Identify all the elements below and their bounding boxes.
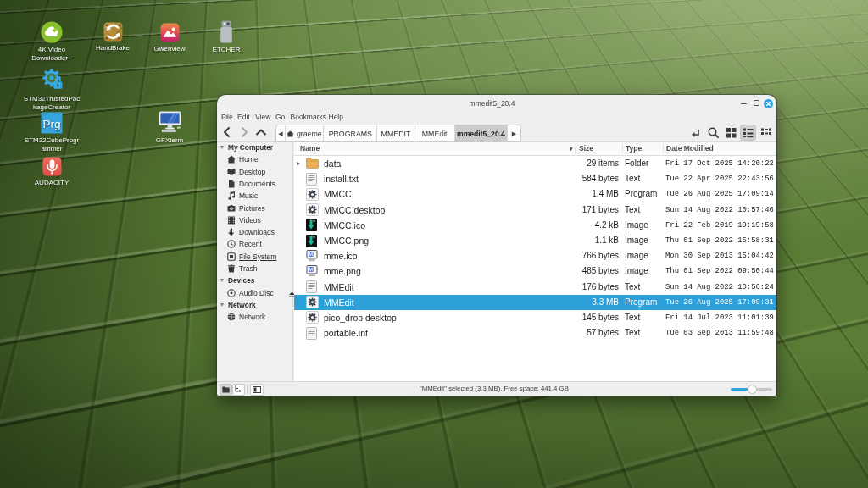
svg-text:Prg: Prg <box>42 118 60 130</box>
svg-text:M: M <box>309 267 313 272</box>
svg-text:M: M <box>309 252 313 257</box>
svg-text:c: c <box>239 388 242 393</box>
